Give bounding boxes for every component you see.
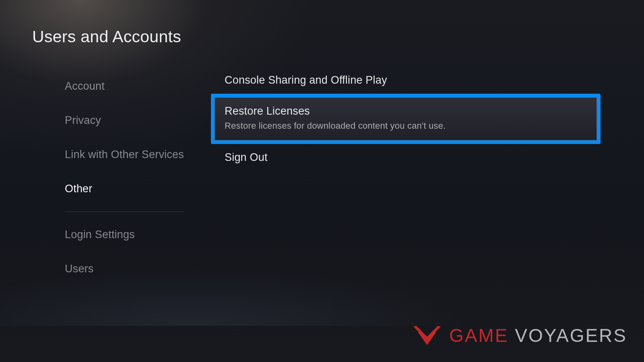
page-title: Users and Accounts bbox=[32, 27, 181, 46]
sidebar-nav: Account Privacy Link with Other Services… bbox=[65, 69, 186, 286]
sidebar-divider bbox=[65, 212, 184, 212]
sidebar-item-privacy[interactable]: Privacy bbox=[65, 103, 186, 138]
content-item-console-sharing[interactable]: Console Sharing and Offline Play bbox=[211, 69, 601, 91]
content-item-sign-out[interactable]: Sign Out bbox=[211, 146, 601, 169]
sidebar-item-users[interactable]: Users bbox=[65, 252, 186, 286]
content-item-title: Sign Out bbox=[225, 151, 587, 164]
content-item-title: Restore Licenses bbox=[225, 105, 587, 117]
voyager-icon bbox=[412, 323, 442, 348]
sidebar-item-other[interactable]: Other bbox=[65, 172, 186, 206]
content-item-restore-licenses[interactable]: Restore Licenses Restore licenses for do… bbox=[211, 94, 601, 144]
sidebar-item-link-services[interactable]: Link with Other Services bbox=[65, 138, 186, 172]
content-panel: Console Sharing and Offline Play Restore… bbox=[211, 69, 601, 171]
sidebar-item-login-settings[interactable]: Login Settings bbox=[65, 218, 186, 252]
sidebar-item-account[interactable]: Account bbox=[65, 69, 186, 103]
watermark-text: GAME VOYAGERS bbox=[449, 325, 627, 346]
content-item-description: Restore licenses for downloaded content … bbox=[225, 121, 587, 131]
content-item-title: Console Sharing and Offline Play bbox=[225, 74, 587, 86]
watermark-logo: GAME VOYAGERS bbox=[412, 323, 627, 348]
